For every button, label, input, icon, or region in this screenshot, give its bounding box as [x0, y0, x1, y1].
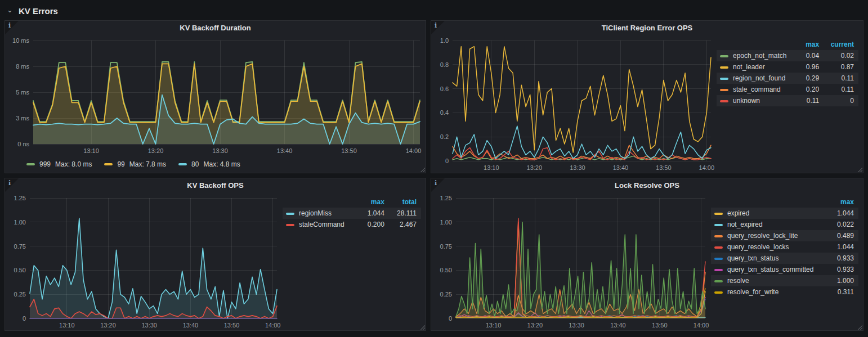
chevron-down-icon[interactable]: ⌄	[7, 6, 13, 14]
legend-series-name: 99	[117, 160, 124, 168]
legend-column-header[interactable]: max	[831, 196, 858, 208]
legend-series-value: 0.11	[800, 95, 824, 106]
svg-text:10 ms: 10 ms	[12, 37, 29, 44]
legend-column-header[interactable]: max	[800, 39, 824, 50]
chart-canvas[interactable]: 00.250.500.751.001.2513:1013:2013:3013:4…	[431, 192, 711, 330]
legend-series-row: query_resolve_locks1.044	[711, 241, 858, 253]
legend-header-row: maxtotal	[283, 196, 421, 208]
row-title[interactable]: KV Errors	[19, 6, 58, 16]
chart-svg: 00.20.40.60.81.013:1013:2013:3013:4013:5…	[431, 35, 717, 173]
svg-text:13:10: 13:10	[484, 164, 499, 171]
panel-title[interactable]: TiClient Region Error OPS	[431, 21, 863, 35]
svg-text:3 ms: 3 ms	[16, 115, 29, 122]
legend-series-name[interactable]: unknown	[717, 95, 800, 106]
svg-text:0.25: 0.25	[440, 291, 452, 298]
legend-series-row: resolve1.000	[711, 275, 858, 286]
dashboard-row-header[interactable]: ⌄ KV Errors	[0, 0, 868, 20]
panel-title[interactable]: KV Backoff Duration	[5, 21, 426, 35]
legend-series-row: query_resolve_lock_lite0.489	[711, 230, 858, 241]
info-icon[interactable]: i	[435, 179, 437, 187]
svg-text:0.4: 0.4	[440, 109, 449, 116]
legend-column-header[interactable]: max	[360, 196, 388, 208]
legend-series-value: 0.04	[800, 50, 824, 61]
legend-series-row: resolve_for_write0.311	[711, 286, 858, 298]
svg-text:13:30: 13:30	[212, 147, 228, 154]
legend-item[interactable]: 80Max: 4.8 ms	[178, 160, 240, 168]
legend-series-value: 0.02	[824, 50, 858, 61]
svg-text:13:40: 13:40	[613, 164, 629, 171]
legend-series-name: 80	[191, 160, 199, 168]
svg-text:13:50: 13:50	[224, 322, 240, 329]
legend-series-name[interactable]: query_txn_status	[711, 253, 831, 264]
panel-lock-resolve-ops: i Lock Resolve OPS 00.250.500.751.001.25…	[431, 178, 863, 331]
panel-resize-handle[interactable]	[420, 325, 425, 330]
legend-series-value: 1.044	[831, 208, 858, 219]
legend-series-row: not_expired0.022	[711, 219, 858, 230]
legend-header-row: max	[711, 196, 858, 208]
legend-series-name[interactable]: query_resolve_locks	[711, 241, 831, 253]
legend-series-name[interactable]: not_expired	[711, 219, 831, 230]
series-color-dash-icon	[714, 213, 723, 215]
legend-series-row: stale_command0.200.11	[717, 84, 858, 95]
chart-canvas[interactable]: 00.20.40.60.81.013:1013:2013:3013:4013:5…	[431, 35, 717, 173]
panel-resize-handle[interactable]	[420, 167, 425, 172]
legend-table: maxtotalregionMiss1.04428.111staleComman…	[283, 192, 426, 330]
svg-text:13:50: 13:50	[652, 322, 668, 329]
panel-title[interactable]: KV Backoff OPS	[5, 178, 426, 192]
series-color-dash-icon	[714, 235, 723, 237]
svg-text:0: 0	[445, 158, 449, 164]
panel-title[interactable]: Lock Resolve OPS	[431, 178, 863, 192]
legend-series-name[interactable]: resolve	[711, 275, 831, 286]
legend-series-name[interactable]: staleCommand	[283, 219, 360, 230]
svg-text:13:20: 13:20	[527, 164, 543, 171]
series-color-dash-icon	[714, 224, 723, 226]
legend-series-name[interactable]: expired	[711, 208, 831, 219]
svg-text:13:40: 13:40	[183, 322, 199, 329]
svg-text:1.00: 1.00	[14, 219, 26, 226]
legend-series-name[interactable]: regionMiss	[283, 208, 360, 219]
series-color-dash-icon	[26, 163, 35, 165]
legend-column-header[interactable]: total	[389, 196, 421, 208]
legend-item[interactable]: 999Max: 8.0 ms	[26, 160, 92, 168]
panel-resize-handle[interactable]	[857, 325, 862, 330]
chart-canvas[interactable]: 0 ns3 ms5 ms8 ms10 ms13:1013:2013:3013:4…	[5, 35, 426, 156]
legend-series-name[interactable]: epoch_not_match	[717, 50, 800, 61]
svg-text:8 ms: 8 ms	[16, 63, 29, 70]
info-icon[interactable]: i	[8, 179, 11, 187]
info-icon[interactable]: i	[435, 22, 437, 29]
svg-text:13:20: 13:20	[527, 322, 543, 329]
info-icon[interactable]: i	[8, 22, 11, 29]
legend-series-name[interactable]: query_txn_status_committed	[711, 264, 831, 275]
legend-table-grid: maxexpired1.044not_expired0.022query_res…	[711, 196, 858, 298]
svg-text:0.75: 0.75	[440, 243, 452, 250]
legend-series-name[interactable]: not_leader	[717, 61, 800, 73]
panel-corner-fold	[431, 21, 445, 34]
legend-item[interactable]: 99Max: 7.8 ms	[104, 160, 166, 168]
series-color-dash-icon	[286, 224, 294, 226]
svg-text:13:20: 13:20	[100, 322, 116, 329]
legend-series-value: 0.022	[831, 219, 858, 230]
series-color-dash-icon	[714, 269, 723, 271]
legend-series-value: 0.933	[831, 264, 858, 275]
legend-series-stat: Max: 7.8 ms	[129, 160, 166, 168]
panel-ticlient-region-error-ops: i TiClient Region Error OPS 00.20.40.60.…	[431, 20, 863, 173]
legend-table-grid: maxtotalregionMiss1.04428.111staleComman…	[283, 196, 421, 230]
series-color-dash-icon	[286, 213, 294, 215]
panel-kv-backoff-ops: i KV Backoff OPS 00.250.500.751.001.2513…	[5, 178, 426, 331]
series-color-dash-icon	[720, 55, 728, 57]
legend-series-name[interactable]: query_resolve_lock_lite	[711, 230, 831, 241]
series-color-dash-icon	[714, 246, 723, 249]
legend-series-name[interactable]: stale_command	[717, 84, 800, 95]
legend-series-name[interactable]: region_not_found	[717, 73, 800, 84]
legend-series-value: 0.200	[360, 219, 388, 230]
legend-series-value: 0.96	[800, 61, 824, 73]
svg-text:13:10: 13:10	[83, 147, 99, 154]
chart-canvas[interactable]: 00.250.500.751.001.2513:1013:2013:3013:4…	[5, 192, 283, 330]
chart-svg: 00.250.500.751.001.2513:1013:2013:3013:4…	[5, 192, 283, 330]
legend-series-value: 28.111	[389, 208, 421, 219]
legend-series-value: 0	[824, 95, 858, 106]
legend-column-header[interactable]: current	[824, 39, 858, 50]
svg-text:0.25: 0.25	[14, 291, 26, 298]
panel-resize-handle[interactable]	[857, 167, 862, 172]
legend-series-name[interactable]: resolve_for_write	[711, 286, 831, 298]
